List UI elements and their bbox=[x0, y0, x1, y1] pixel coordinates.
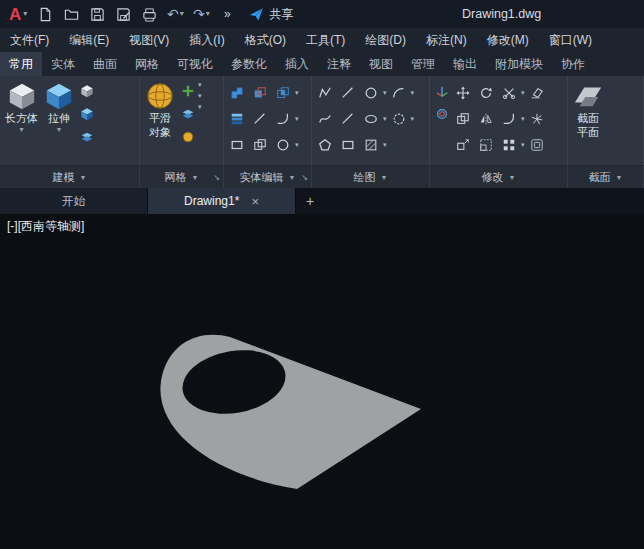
fillet-edge-button[interactable] bbox=[272, 108, 294, 130]
ribbon-tab-output[interactable]: 输出 bbox=[444, 52, 486, 76]
subtract-button[interactable] bbox=[249, 82, 271, 104]
dialog-launcher-icon[interactable]: ↘ bbox=[301, 173, 308, 182]
fillet-button[interactable] bbox=[498, 108, 520, 130]
chevron-down-icon[interactable]: ▾ bbox=[383, 89, 387, 97]
panel-label-section[interactable]: 截面 ▼ bbox=[568, 166, 644, 188]
solid-model[interactable] bbox=[160, 335, 421, 489]
mesh-refine-button[interactable] bbox=[178, 81, 198, 101]
sweep-button[interactable] bbox=[77, 127, 97, 147]
ribbon-tab-view[interactable]: 视图 bbox=[360, 52, 402, 76]
panel-label-modify[interactable]: 修改 ▼ bbox=[430, 166, 568, 188]
new-drawing-tab-button[interactable]: + bbox=[296, 188, 324, 214]
separate-button[interactable] bbox=[249, 134, 271, 156]
ellipse-button[interactable] bbox=[360, 108, 382, 130]
drawing-area[interactable]: [-][西南等轴测] bbox=[0, 214, 644, 549]
ribbon-tab-visualize[interactable]: 可视化 bbox=[168, 52, 222, 76]
rectangle-button[interactable] bbox=[337, 134, 359, 156]
mesh-smooth-more-button[interactable] bbox=[178, 127, 198, 147]
chevron-down-icon[interactable]: ▾ bbox=[295, 141, 299, 149]
panel-label-modeling[interactable]: 建模 ▼ bbox=[0, 166, 140, 188]
polysolid-button[interactable] bbox=[77, 81, 97, 101]
panel-label-solid-editing[interactable]: 实体编辑 ▼ ↘ bbox=[224, 166, 312, 188]
menu-file[interactable]: 文件(F) bbox=[0, 28, 59, 52]
presspull-button[interactable] bbox=[77, 104, 97, 124]
intersect-button[interactable] bbox=[272, 82, 294, 104]
chevron-down-icon[interactable]: ▾ bbox=[383, 115, 387, 123]
polyline-button[interactable] bbox=[314, 82, 336, 104]
shell-button[interactable] bbox=[226, 108, 248, 130]
menu-edit[interactable]: 编辑(E) bbox=[59, 28, 119, 52]
check-interference-button[interactable] bbox=[272, 134, 294, 156]
chevron-down-icon[interactable]: ▾ bbox=[521, 115, 525, 123]
chevron-down-icon[interactable]: ▾ bbox=[295, 115, 299, 123]
imprint-button[interactable] bbox=[226, 134, 248, 156]
ribbon-tab-surface[interactable]: 曲面 bbox=[84, 52, 126, 76]
scale-button[interactable] bbox=[475, 134, 497, 156]
chevron-down-icon[interactable]: ▾ bbox=[198, 103, 202, 111]
menu-draw[interactable]: 绘图(D) bbox=[355, 28, 416, 52]
ribbon-tab-solid[interactable]: 实体 bbox=[42, 52, 84, 76]
construction-line-button[interactable] bbox=[337, 108, 359, 130]
dialog-launcher-icon[interactable]: ↘ bbox=[213, 173, 220, 182]
toolbar-overflow-button[interactable]: » bbox=[215, 3, 239, 25]
explode-button[interactable] bbox=[526, 108, 548, 130]
erase-button[interactable] bbox=[526, 82, 548, 104]
smooth-object-button[interactable]: 平滑 对象 bbox=[142, 79, 178, 141]
save-as-button[interactable] bbox=[111, 3, 135, 25]
menu-modify[interactable]: 修改(M) bbox=[477, 28, 539, 52]
menu-window[interactable]: 窗口(W) bbox=[539, 28, 602, 52]
3d-rotate-gizmo-button[interactable] bbox=[432, 104, 452, 124]
polygon-button[interactable] bbox=[314, 134, 336, 156]
array-button[interactable] bbox=[498, 134, 520, 156]
undo-button[interactable]: ↶ ▾ bbox=[163, 3, 187, 25]
arc-button[interactable] bbox=[388, 82, 410, 104]
chevron-down-icon[interactable]: ▾ bbox=[383, 141, 387, 149]
chevron-down-icon[interactable]: ▾ bbox=[295, 89, 299, 97]
file-tab-drawing1[interactable]: Drawing1* × bbox=[148, 188, 296, 214]
ribbon-tab-manage[interactable]: 管理 bbox=[402, 52, 444, 76]
trim-button[interactable] bbox=[498, 82, 520, 104]
3d-move-gizmo-button[interactable] bbox=[432, 81, 452, 101]
ribbon-tab-collaborate[interactable]: 协作 bbox=[552, 52, 594, 76]
panel-label-draw[interactable]: 绘图 ▼ bbox=[312, 166, 430, 188]
section-plane-button[interactable]: 截面 平面 bbox=[570, 79, 606, 141]
box-button[interactable]: 长方体 ▾ bbox=[2, 79, 41, 136]
share-button[interactable]: 共享 bbox=[249, 6, 293, 23]
ribbon-tab-parametric[interactable]: 参数化 bbox=[222, 52, 276, 76]
rotate-button[interactable] bbox=[475, 82, 497, 104]
chevron-down-icon[interactable]: ▾ bbox=[521, 89, 525, 97]
extrude-button[interactable]: 拉伸 ▾ bbox=[41, 79, 77, 136]
chevron-down-icon[interactable]: ▾ bbox=[521, 141, 525, 149]
menu-format[interactable]: 格式(O) bbox=[235, 28, 296, 52]
menu-tools[interactable]: 工具(T) bbox=[296, 28, 355, 52]
close-icon[interactable]: × bbox=[251, 194, 259, 209]
panel-label-mesh[interactable]: 网格 ▼ ↘ bbox=[140, 166, 224, 188]
chevron-down-icon[interactable]: ▾ bbox=[411, 115, 415, 123]
ribbon-tab-annotate[interactable]: 注释 bbox=[318, 52, 360, 76]
open-file-button[interactable] bbox=[59, 3, 83, 25]
slice-button[interactable] bbox=[249, 108, 271, 130]
new-file-button[interactable] bbox=[33, 3, 57, 25]
plot-button[interactable] bbox=[137, 3, 161, 25]
chevron-down-icon[interactable]: ▾ bbox=[411, 89, 415, 97]
save-button[interactable] bbox=[85, 3, 109, 25]
menu-insert[interactable]: 插入(I) bbox=[179, 28, 234, 52]
copy-button[interactable] bbox=[452, 108, 474, 130]
ribbon-tab-insert[interactable]: 插入 bbox=[276, 52, 318, 76]
file-tab-start[interactable]: 开始 bbox=[0, 188, 148, 214]
line-button[interactable] bbox=[337, 82, 359, 104]
menu-dimension[interactable]: 标注(N) bbox=[416, 28, 477, 52]
mirror-button[interactable] bbox=[475, 108, 497, 130]
chevron-down-icon[interactable]: ▾ bbox=[198, 81, 202, 89]
chevron-down-icon[interactable]: ▾ bbox=[198, 92, 202, 100]
ribbon-tab-addins[interactable]: 附加模块 bbox=[486, 52, 552, 76]
ribbon-tab-home[interactable]: 常用 bbox=[0, 52, 42, 76]
hatch-button[interactable] bbox=[360, 134, 382, 156]
move-button[interactable] bbox=[452, 82, 474, 104]
offset-button[interactable] bbox=[526, 134, 548, 156]
app-menu-button[interactable]: A ▾ bbox=[5, 6, 31, 23]
mesh-crease-button[interactable] bbox=[178, 104, 198, 124]
menu-view[interactable]: 视图(V) bbox=[119, 28, 179, 52]
union-button[interactable] bbox=[226, 82, 248, 104]
spline-button[interactable] bbox=[314, 108, 336, 130]
